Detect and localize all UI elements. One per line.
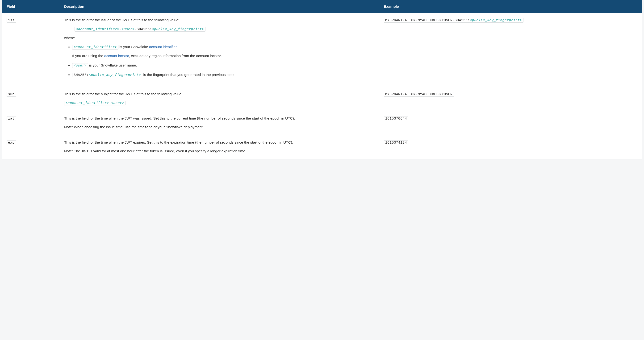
account-locator-link[interactable]: account locator: [104, 54, 129, 58]
sub-value-code: <account_identifier>.<user>: [64, 101, 126, 105]
iat-example-code: 1615370644: [384, 116, 408, 121]
header-description: Description: [60, 0, 380, 13]
field-name-exp: exp: [6, 140, 16, 145]
iss-example-code: MYORGANIZATION-MYACCOUNT.MYUSER.SHA256:<…: [384, 18, 524, 23]
iss-intro: This is the field for the issuer of the …: [64, 17, 375, 23]
user-code: <user>: [72, 63, 88, 68]
sub-example-code: MYORGANIZATION-MYACCOUNT.MYUSER: [384, 92, 454, 97]
iss-value-code: <account_identifier>.<user>.SHA256:<publ…: [74, 27, 206, 31]
list-item: SHA256:<public_key_fingerprint> is the f…: [72, 72, 375, 78]
list-item: <user> is your Snowflake user name.: [72, 62, 375, 68]
jwt-fields-table: Field Description Example iss This is th…: [2, 0, 642, 159]
field-name-iss: iss: [6, 18, 16, 23]
iss-where: where:: [64, 35, 375, 40]
field-name-iat: iat: [6, 116, 16, 121]
list-item: <account_identifier> is your Snowflake a…: [72, 44, 375, 59]
exp-desc-p1: This is the field for the time when the …: [64, 140, 375, 145]
sha256-fingerprint-code: SHA256:<public_key_fingerprint>: [72, 73, 142, 77]
iss-bullet-list: <account_identifier> is your Snowflake a…: [64, 44, 375, 78]
account-identifier-link[interactable]: account identifier: [149, 45, 176, 49]
header-example: Example: [380, 0, 642, 13]
table-header-row: Field Description Example: [2, 0, 642, 13]
exp-example-code: 1615374184: [384, 140, 408, 145]
field-name-sub: sub: [6, 92, 16, 97]
iat-desc-p1: This is the field for the time when the …: [64, 115, 375, 121]
header-field: Field: [2, 0, 60, 13]
table-row: exp This is the field for the time when …: [2, 135, 642, 159]
account-identifier-code: <account_identifier>: [72, 45, 118, 49]
sub-intro: This is the field for the subject for th…: [64, 91, 375, 97]
table-row: iss This is the field for the issuer of …: [2, 13, 642, 87]
exp-desc-p2: Note: The JWT is valid for at most one h…: [64, 148, 375, 154]
table-row: iat This is the field for the time when …: [2, 111, 642, 135]
table-row: sub This is the field for the subject fo…: [2, 87, 642, 111]
iat-desc-p2: Note: When choosing the issue time, use …: [64, 124, 375, 130]
